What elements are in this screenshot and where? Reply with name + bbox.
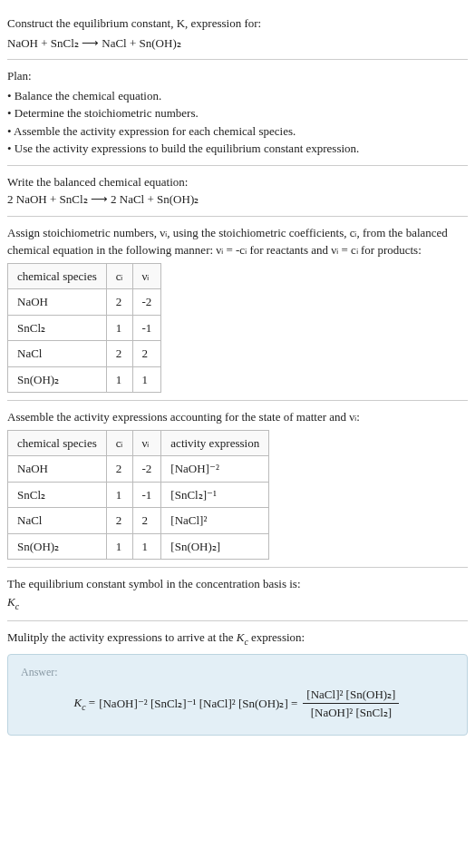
balanced-section: Write the balanced chemical equation: 2 … [7,166,468,217]
cell-vi: 2 [132,341,161,367]
cell-ci: 1 [106,533,132,560]
cell-ci: 2 [106,289,132,316]
prompt-text: Construct the equilibrium constant, K, e… [7,15,468,33]
table-row: Sn(OH)₂ 1 1 [Sn(OH)₂] [8,533,269,560]
col-ci: cᵢ [106,430,132,456]
plan-item: Balance the chemical equation. [7,87,468,105]
col-expr: activity expression [161,430,269,456]
cell-ci: 1 [106,482,132,508]
table-row: SnCl₂ 1 -1 [SnCl₂]⁻¹ [8,482,269,508]
cell-vi: -2 [132,456,161,483]
cell-ci: 1 [106,366,132,393]
kc-symbol-section: The equilibrium constant symbol in the c… [7,568,468,621]
cell-expr: [NaCl]² [161,508,269,534]
multiply-intro: Mulitply the activity expressions to arr… [7,629,468,649]
cell-vi: -1 [132,315,161,341]
cell-species: NaCl [8,508,107,534]
prompt-label: Construct the equilibrium constant, K, e… [7,16,261,30]
multiply-section: Mulitply the activity expressions to arr… [7,621,468,743]
cell-species: Sn(OH)₂ [8,366,107,393]
plan-list: Balance the chemical equation. Determine… [7,87,468,158]
answer-label: Answer: [21,664,454,680]
stoich-intro: Assign stoichiometric numbers, νᵢ, using… [7,224,468,259]
table-row: NaOH 2 -2 [8,289,161,316]
cell-ci: 2 [106,508,132,534]
kc-symbol: Kc [7,593,468,613]
col-species: chemical species [8,430,107,456]
cell-vi: -1 [132,482,161,508]
stoich-section: Assign stoichiometric numbers, νᵢ, using… [7,217,468,402]
kc-numerator: [NaCl]² [Sn(OH)₂] [303,686,399,705]
activity-intro: Assemble the activity expressions accoun… [7,408,468,426]
kc-fraction: [NaCl]² [Sn(OH)₂] [NaOH]² [SnCl₂] [303,686,399,722]
cell-species: NaOH [8,289,107,316]
cell-vi: 1 [132,366,161,393]
plan-section: Plan: Balance the chemical equation. Det… [7,60,468,166]
plan-item: Assemble the activity expression for eac… [7,122,468,141]
table-header-row: chemical species cᵢ νᵢ [8,263,161,289]
table-row: NaOH 2 -2 [NaOH]⁻² [8,456,269,483]
kc-lhs: Kc = [74,694,96,714]
cell-species: NaCl [8,341,107,367]
unbalanced-equation: NaOH + SnCl₂ ⟶ NaCl + Sn(OH)₂ [7,34,468,53]
balanced-equation: 2 NaOH + SnCl₂ ⟶ 2 NaCl + Sn(OH)₂ [7,190,468,209]
cell-species: SnCl₂ [8,482,107,508]
activity-section: Assemble the activity expressions accoun… [7,401,468,568]
col-vi: νᵢ [132,263,161,289]
cell-ci: 1 [106,315,132,341]
table-row: Sn(OH)₂ 1 1 [8,366,161,393]
cell-species: NaOH [8,456,107,483]
col-species: chemical species [8,263,107,289]
col-vi: νᵢ [132,430,161,456]
activity-table: chemical species cᵢ νᵢ activity expressi… [7,430,269,561]
table-header-row: chemical species cᵢ νᵢ activity expressi… [8,430,269,456]
stoich-table: chemical species cᵢ νᵢ NaOH 2 -2 SnCl₂ 1… [7,263,161,394]
kc-expression: Kc = [NaOH]⁻² [SnCl₂]⁻¹ [NaCl]² [Sn(OH)₂… [21,686,454,722]
prompt-section: Construct the equilibrium constant, K, e… [7,7,468,60]
cell-species: Sn(OH)₂ [8,533,107,560]
table-row: SnCl₂ 1 -1 [8,315,161,341]
answer-box: Answer: Kc = [NaOH]⁻² [SnCl₂]⁻¹ [NaCl]² … [7,654,468,736]
kc-symbol-line1: The equilibrium constant symbol in the c… [7,575,468,593]
kc-flat: [NaOH]⁻² [SnCl₂]⁻¹ [NaCl]² [Sn(OH)₂] = [99,695,297,713]
col-ci: cᵢ [106,263,132,289]
kc-denominator: [NaOH]² [SnCl₂] [303,704,399,722]
table-row: NaCl 2 2 [8,341,161,367]
cell-expr: [Sn(OH)₂] [161,533,269,560]
cell-vi: 1 [132,533,161,560]
cell-ci: 2 [106,456,132,483]
balanced-title: Write the balanced chemical equation: [7,173,468,191]
cell-ci: 2 [106,341,132,367]
table-row: NaCl 2 2 [NaCl]² [8,508,269,534]
plan-title: Plan: [7,67,468,85]
plan-item: Determine the stoichiometric numbers. [7,104,468,122]
cell-vi: 2 [132,508,161,534]
cell-expr: [NaOH]⁻² [161,456,269,483]
cell-vi: -2 [132,289,161,316]
cell-species: SnCl₂ [8,315,107,341]
cell-expr: [SnCl₂]⁻¹ [161,482,269,508]
plan-item: Use the activity expressions to build th… [7,140,468,158]
